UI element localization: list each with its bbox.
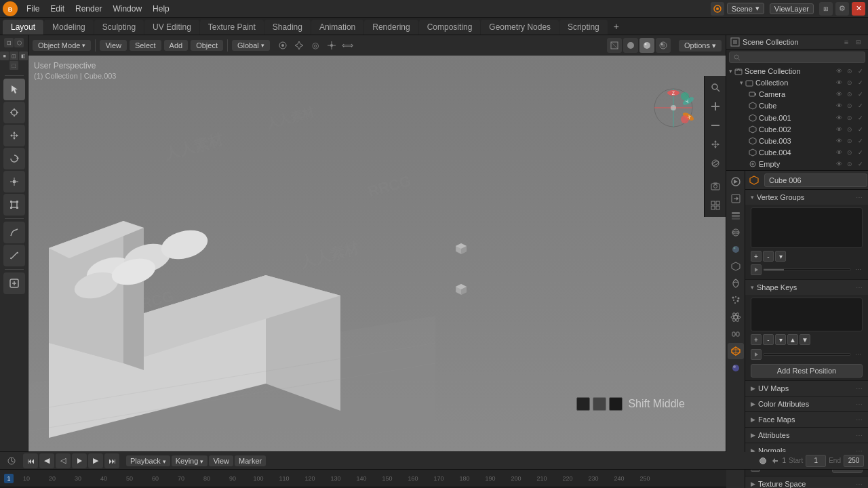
tab-scripting[interactable]: Scripting [559,20,608,35]
shading-wireframe[interactable] [607,38,622,53]
outliner-filter-btn[interactable]: ≡ [841,37,852,47]
tl-end-val[interactable]: 250 [844,455,864,467]
outliner-cam-check-btn[interactable]: ✓ [856,89,865,99]
outliner-row-cube[interactable]: Cube 👁 ⊙ ✓ [726,100,868,112]
vp-tool-zoom-in[interactable] [707,98,724,115]
object-mode-btn[interactable]: Object Mode ▾ [33,40,91,51]
tab-layout[interactable]: Layout [3,20,43,35]
vp-tool-grid[interactable] [707,197,724,214]
tab-geometry-nodes[interactable]: Geometry Nodes [481,20,559,35]
preferences-btn[interactable]: ⚙ [835,2,849,16]
outliner-row-cube003[interactable]: Cube.003 👁 ⊙ ✓ [726,135,868,146]
outliner-eye-btn[interactable]: 👁 [834,66,844,76]
viewport[interactable]: Object Mode ▾ View Select Add Object Glo… [28,35,726,451]
vp-tool-search[interactable] [707,79,724,96]
outliner-cam-camera-btn[interactable]: ⊙ [845,89,854,99]
tool-scale[interactable] [3,171,25,192]
shading-material[interactable] [639,38,654,53]
tl-play[interactable] [72,453,87,468]
snap-btn[interactable] [292,38,307,53]
tab-sculpting[interactable]: Sculpting [94,20,144,35]
add-rest-position-btn[interactable]: Add Rest Position [751,364,863,378]
add-btn[interactable]: Add [164,40,189,51]
sk-up-btn[interactable]: ▲ [787,334,798,345]
scene-icon[interactable] [711,2,724,16]
outliner-col-check-btn[interactable]: ✓ [856,78,865,87]
sk-down-btn[interactable]: ▼ [800,334,810,345]
render-engine-btn[interactable]: ⊞ [819,2,833,16]
outliner-row-cube001[interactable]: Cube.001 👁 ⊙ ✓ [726,112,868,123]
section-uv-maps-header[interactable]: ▶ UV Maps ⋯ [745,381,868,396]
view-btn[interactable]: View [100,40,127,51]
tool-move[interactable] [3,125,25,146]
display-mode-4[interactable]: ⬚ [9,61,18,70]
outliner-row-collection[interactable]: ▾ Collection 👁 ⊙ ✓ [726,77,868,88]
tab-compositing[interactable]: Compositing [419,20,481,35]
props-tab-particles[interactable] [728,292,744,308]
tl-skip-end[interactable]: ⏭ [104,453,119,468]
tl-marker-btn[interactable]: Marker [235,455,266,466]
tool-select[interactable] [3,79,25,100]
tl-next-frame[interactable]: ▶ [88,453,103,468]
add-workspace-btn[interactable]: + [608,18,625,35]
outliner-scene-collection[interactable]: ▾ Scene Collection 👁 ⊙ ✓ [726,65,868,77]
tab-rendering[interactable]: Rendering [364,20,418,35]
outliner-more-btn[interactable]: ⊟ [853,37,864,47]
sk-dots-btn[interactable]: ⋯ [855,351,861,358]
shape-key-list[interactable] [751,298,863,331]
tl-skip-start[interactable]: ⏮ [23,453,38,468]
props-tab-modifier[interactable] [728,275,744,291]
tool-transform[interactable] [3,194,25,216]
outliner-cam-eye-btn[interactable]: 👁 [834,89,844,99]
outliner-cube-check-btn[interactable]: ✓ [856,101,865,110]
vg-remove-btn[interactable]: - [763,251,774,262]
tool-annotate[interactable] [3,222,25,243]
sk-remove-btn[interactable]: - [763,334,774,345]
tool-rotate[interactable] [3,148,25,169]
shading-rendered[interactable] [656,38,671,53]
props-tab-view-layer[interactable] [728,207,744,224]
scene-selector[interactable]: Scene ▾ [727,3,764,14]
props-tab-physics[interactable] [728,309,744,325]
tl-playback-btn[interactable]: Playback ▾ [126,455,170,466]
vg-specials-btn[interactable]: ▾ [775,251,786,262]
outliner-col-eye-btn[interactable]: 👁 [834,78,844,87]
tool-measure[interactable] [3,245,25,266]
menu-file[interactable]: File [22,3,44,15]
object-btn[interactable]: Object [191,40,223,51]
tab-uv-editing[interactable]: UV Editing [144,20,199,35]
tl-frame-circle[interactable] [760,458,766,464]
props-tab-render[interactable] [728,174,744,190]
object-name-input[interactable] [764,174,867,187]
props-tab-object[interactable] [728,258,744,274]
props-tab-constraints[interactable] [728,326,744,342]
menu-window[interactable]: Window [108,3,146,15]
tl-prev-frame[interactable]: ◀ [39,453,54,468]
vp-tool-orbit[interactable] [707,155,724,172]
props-tab-world[interactable] [728,241,744,258]
scene-3d[interactable]: 人人素材 人人素材 RRCG RRCG 人人素材 User Perspectiv… [28,56,726,451]
tl-jump-start-btn[interactable] [770,456,780,466]
tool-add[interactable] [3,272,25,294]
global-btn[interactable]: Global ▾ [232,40,270,51]
section-color-attributes-header[interactable]: ▶ Color Attributes ⋯ [745,396,868,411]
tab-shading[interactable]: Shading [264,20,311,35]
tl-play-rev[interactable]: ◁ [56,453,71,468]
close-btn[interactable]: ✕ [852,2,865,16]
outliner-row-cube002[interactable]: Cube.002 👁 ⊙ ✓ [726,123,868,135]
vg-play-btn[interactable] [751,264,762,275]
tl-view-btn[interactable]: View [209,455,233,466]
select-btn[interactable]: Select [130,40,161,51]
vp-tool-zoom-out[interactable] [707,117,724,134]
tl-keying-btn[interactable]: Keying ▾ [172,455,208,466]
timeline-track[interactable]: 1 10 20 30 40 50 60 70 80 90 100 110 120… [0,470,868,487]
navigation-gizmo[interactable]: Z Y X [650,84,697,131]
outliner-search[interactable] [729,52,865,63]
outliner-camera-btn[interactable]: ⊙ [845,66,854,76]
outliner-cube-camera-btn[interactable]: ⊙ [845,101,854,110]
props-tab-output[interactable] [728,190,744,207]
props-tab-scene[interactable] [728,224,744,241]
tl-start-val[interactable]: 1 [806,455,826,467]
section-face-maps-header[interactable]: ▶ Face Maps ⋯ [745,412,868,427]
mode-icon-2[interactable]: ⬡ [14,38,24,47]
